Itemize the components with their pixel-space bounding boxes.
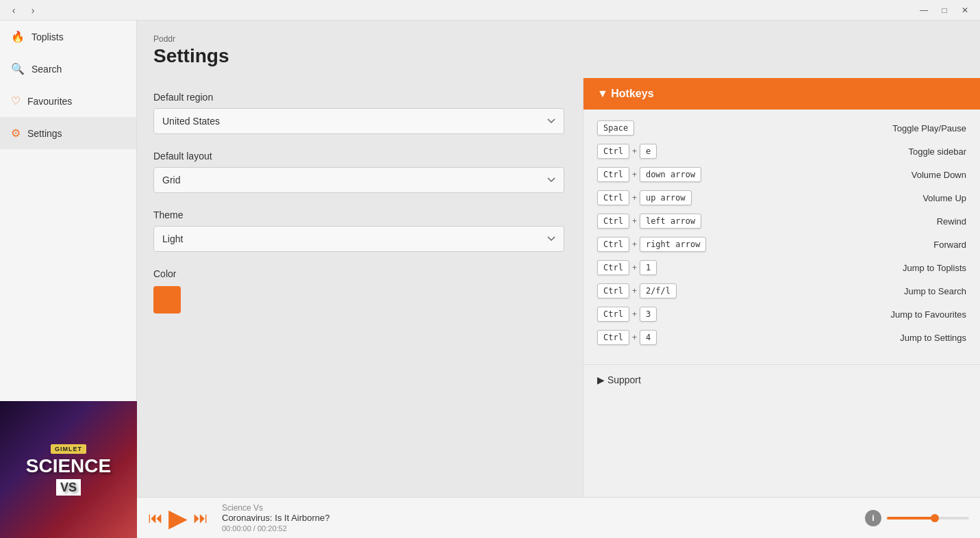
player-show-name: Science Vs <box>222 503 857 513</box>
hotkeys-content: Space Toggle Play/Pause Ctrl + e Toggle … <box>583 110 980 364</box>
key-ctrl-3: Ctrl <box>597 190 629 205</box>
player-controls: ⏮ ▶ ⏭ <box>148 504 208 533</box>
hotkey-keys-favourites: Ctrl + 3 <box>597 307 657 322</box>
player-episode-title: Coronavirus: Is It Airborne? <box>222 513 857 523</box>
key-ctrl-7: Ctrl <box>597 283 629 298</box>
science-vs-label: VS <box>56 476 81 495</box>
plus-6: + <box>632 263 637 272</box>
plus-4: + <box>632 216 637 226</box>
hotkey-keys-voldown: Ctrl + down arrow <box>597 167 701 182</box>
hotkeys-panel: ▼ Hotkeys Space Toggle Play/Pause Ctrl <box>583 78 980 497</box>
key-ctrl-6: Ctrl <box>597 260 629 275</box>
content-area: Poddr Settings Default region United Sta… <box>137 21 980 538</box>
hotkey-keys-toplists: Ctrl + 1 <box>597 260 657 275</box>
play-pause-button[interactable]: ▶ <box>168 504 188 533</box>
hotkey-action-forward: Forward <box>717 240 966 250</box>
minimize-button[interactable]: — <box>914 2 933 18</box>
hotkey-keys-sidebar: Ctrl + e <box>597 144 657 159</box>
theme-label: Theme <box>153 209 566 220</box>
forward-button[interactable]: › <box>25 2 41 18</box>
region-group: Default region United States United King… <box>153 92 566 134</box>
plus-3: + <box>632 193 637 203</box>
hotkeys-title: ▼ Hotkeys <box>597 88 654 100</box>
hotkey-keys-space: Space <box>597 120 634 136</box>
color-group: Color <box>153 268 566 316</box>
heart-icon: ♡ <box>11 94 21 107</box>
hotkeys-header[interactable]: ▼ Hotkeys <box>583 78 980 110</box>
hotkey-action-voldown: Volume Down <box>712 170 966 180</box>
sidebar-label-favourites: Favourites <box>27 96 72 107</box>
key-space: Space <box>597 120 634 136</box>
settings-body: Default region United States United King… <box>137 78 980 497</box>
player-right-controls: i <box>865 510 969 526</box>
layout-select[interactable]: Grid List <box>153 167 564 193</box>
player-time-display: 00:00:00 / 00:20:52 <box>222 524 857 533</box>
nav-buttons: ‹ › <box>5 2 41 18</box>
key-up-arrow: up arrow <box>640 190 692 205</box>
hotkey-action-space: Toggle Play/Pause <box>645 123 966 133</box>
sidebar-item-toplists[interactable]: 🔥 Toplists <box>0 21 136 53</box>
hotkey-action-volup: Volume Up <box>703 193 966 203</box>
main-container: 🔥 Toplists 🔍 Search ♡ Favourites ⚙ Setti… <box>0 21 980 538</box>
back-button[interactable]: ‹ <box>5 2 22 18</box>
close-button[interactable]: ✕ <box>955 2 975 18</box>
fast-forward-button[interactable]: ⏭ <box>193 509 208 527</box>
key-ctrl-1: Ctrl <box>597 144 629 159</box>
hotkey-action-favourites: Jump to Favourites <box>668 309 966 320</box>
hotkey-keys-forward: Ctrl + right arrow <box>597 237 706 252</box>
window-controls: — □ ✕ <box>914 2 975 18</box>
sidebar-item-favourites[interactable]: ♡ Favourites <box>0 85 136 117</box>
app-name: Poddr <box>153 34 964 44</box>
volume-fill <box>887 517 936 520</box>
sidebar-label-settings: Settings <box>27 128 62 139</box>
sidebar-item-search[interactable]: 🔍 Search <box>0 53 136 85</box>
key-1: 1 <box>640 260 657 275</box>
plus-5: + <box>632 240 637 249</box>
support-section[interactable]: ▶ Support <box>583 364 980 395</box>
volume-thumb[interactable] <box>931 514 939 522</box>
volume-slider[interactable] <box>887 517 969 520</box>
color-picker-button[interactable] <box>153 286 181 313</box>
science-logo: SCIENCE <box>26 457 111 476</box>
info-button[interactable]: i <box>865 510 881 526</box>
hotkey-action-search: Jump to Search <box>688 286 966 296</box>
maximize-button[interactable]: □ <box>935 2 954 18</box>
titlebar: ‹ › — □ ✕ <box>0 0 980 21</box>
hotkey-keys-search: Ctrl + 2/f/l <box>597 283 677 298</box>
hotkey-keys-settings-jump: Ctrl + 4 <box>597 330 657 345</box>
hotkey-action-settings-jump: Jump to Settings <box>668 333 966 343</box>
settings-header: Poddr Settings <box>137 21 980 78</box>
plus-8: + <box>632 309 637 319</box>
key-down-arrow: down arrow <box>640 167 701 182</box>
key-ctrl-8: Ctrl <box>597 307 629 322</box>
hotkey-row-rewind: Ctrl + left arrow Rewind <box>597 214 966 229</box>
key-3: 3 <box>640 307 657 322</box>
key-2fl: 2/f/l <box>640 283 677 298</box>
plus-7: + <box>632 286 637 296</box>
settings-form: Default region United States United King… <box>137 78 583 497</box>
hotkey-row-forward: Ctrl + right arrow Forward <box>597 237 966 252</box>
sidebar-item-settings[interactable]: ⚙ Settings <box>0 117 136 149</box>
layout-group: Default layout Grid List <box>153 151 566 193</box>
key-4: 4 <box>640 330 657 345</box>
hotkey-row-settings: Ctrl + 4 Jump to Settings <box>597 330 966 345</box>
layout-label: Default layout <box>153 151 566 162</box>
search-icon: 🔍 <box>11 62 25 75</box>
plus-1: + <box>632 146 637 156</box>
player-bar: ⏮ ▶ ⏭ Science Vs Coronavirus: Is It Airb… <box>137 497 980 538</box>
settings-icon: ⚙ <box>11 127 21 140</box>
player-info: Science Vs Coronavirus: Is It Airborne? … <box>216 503 857 533</box>
hotkey-action-rewind: Rewind <box>712 216 966 227</box>
plus-9: + <box>632 333 637 342</box>
theme-select[interactable]: Light Dark <box>153 226 564 252</box>
support-label: ▶ Support <box>597 374 641 385</box>
sidebar-label-toplists: Toplists <box>32 31 64 42</box>
rewind-button[interactable]: ⏮ <box>148 509 163 527</box>
key-e: e <box>640 144 657 159</box>
plus-2: + <box>632 170 637 179</box>
hotkey-action-toplists: Jump to Toplists <box>668 263 966 273</box>
vs-box: VS <box>56 479 81 496</box>
region-select[interactable]: United States United Kingdom Australia C… <box>153 108 564 134</box>
key-left-arrow: left arrow <box>640 214 701 229</box>
theme-group: Theme Light Dark <box>153 209 566 252</box>
